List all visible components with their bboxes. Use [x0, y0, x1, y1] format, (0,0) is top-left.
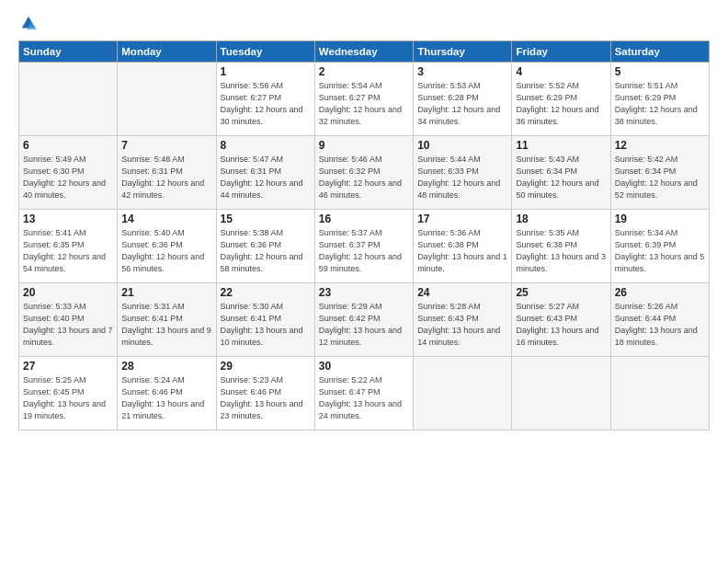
- day-number: 5: [615, 65, 705, 78]
- day-info: Sunrise: 5:31 AM Sunset: 6:41 PM Dayligh…: [121, 301, 211, 349]
- calendar-week-row: 6Sunrise: 5:49 AM Sunset: 6:30 PM Daylig…: [19, 136, 710, 210]
- calendar-cell: [512, 357, 610, 431]
- day-number: 25: [516, 286, 606, 299]
- day-info: Sunrise: 5:41 AM Sunset: 6:35 PM Dayligh…: [23, 227, 113, 275]
- day-number: 1: [221, 65, 311, 78]
- day-info: Sunrise: 5:48 AM Sunset: 6:31 PM Dayligh…: [121, 154, 211, 201]
- calendar-cell: 16Sunrise: 5:37 AM Sunset: 6:37 PM Dayli…: [314, 210, 413, 283]
- day-number: 19: [615, 213, 705, 225]
- calendar-cell: 29Sunrise: 5:23 AM Sunset: 6:46 PM Dayli…: [216, 357, 314, 431]
- calendar-cell: 13Sunrise: 5:41 AM Sunset: 6:35 PM Dayli…: [19, 210, 118, 283]
- calendar-cell: 9Sunrise: 5:46 AM Sunset: 6:32 PM Daylig…: [314, 136, 413, 210]
- day-number: 18: [516, 213, 606, 225]
- day-info: Sunrise: 5:54 AM Sunset: 6:27 PM Dayligh…: [319, 80, 409, 128]
- day-number: 16: [319, 213, 409, 225]
- calendar-cell: [118, 63, 216, 136]
- calendar-cell: 2Sunrise: 5:54 AM Sunset: 6:27 PM Daylig…: [314, 63, 413, 136]
- day-number: 21: [121, 286, 211, 299]
- day-number: 30: [319, 360, 409, 373]
- calendar-week-row: 13Sunrise: 5:41 AM Sunset: 6:35 PM Dayli…: [19, 210, 710, 283]
- day-info: Sunrise: 5:38 AM Sunset: 6:36 PM Dayligh…: [221, 227, 311, 275]
- calendar-week-row: 27Sunrise: 5:25 AM Sunset: 6:45 PM Dayli…: [19, 357, 710, 431]
- day-number: 28: [121, 360, 211, 373]
- day-info: Sunrise: 5:24 AM Sunset: 6:46 PM Dayligh…: [121, 374, 211, 422]
- calendar-cell: 24Sunrise: 5:28 AM Sunset: 6:43 PM Dayli…: [414, 283, 512, 357]
- calendar-cell: 10Sunrise: 5:44 AM Sunset: 6:33 PM Dayli…: [414, 136, 512, 210]
- day-info: Sunrise: 5:23 AM Sunset: 6:46 PM Dayligh…: [221, 374, 311, 422]
- day-info: Sunrise: 5:30 AM Sunset: 6:41 PM Dayligh…: [221, 301, 311, 349]
- calendar-cell: 25Sunrise: 5:27 AM Sunset: 6:43 PM Dayli…: [512, 283, 610, 357]
- day-info: Sunrise: 5:44 AM Sunset: 6:33 PM Dayligh…: [417, 154, 507, 201]
- day-number: 29: [221, 360, 311, 373]
- calendar-cell: 20Sunrise: 5:33 AM Sunset: 6:40 PM Dayli…: [19, 283, 118, 357]
- day-number: 4: [516, 65, 606, 78]
- day-info: Sunrise: 5:40 AM Sunset: 6:36 PM Dayligh…: [121, 227, 211, 275]
- day-info: Sunrise: 5:28 AM Sunset: 6:43 PM Dayligh…: [417, 301, 507, 349]
- calendar-header-thursday: Thursday: [414, 41, 512, 63]
- day-number: 23: [319, 286, 409, 299]
- calendar-cell: 28Sunrise: 5:24 AM Sunset: 6:46 PM Dayli…: [118, 357, 216, 431]
- day-number: 14: [121, 213, 211, 225]
- calendar-cell: 1Sunrise: 5:56 AM Sunset: 6:27 PM Daylig…: [216, 63, 314, 136]
- day-number: 11: [516, 139, 606, 152]
- calendar-header-sunday: Sunday: [19, 41, 118, 63]
- day-info: Sunrise: 5:35 AM Sunset: 6:38 PM Dayligh…: [516, 227, 606, 275]
- calendar-header-monday: Monday: [118, 41, 216, 63]
- day-info: Sunrise: 5:33 AM Sunset: 6:40 PM Dayligh…: [23, 301, 113, 349]
- day-info: Sunrise: 5:36 AM Sunset: 6:38 PM Dayligh…: [417, 227, 507, 275]
- day-info: Sunrise: 5:56 AM Sunset: 6:27 PM Dayligh…: [221, 80, 311, 128]
- calendar-cell: 19Sunrise: 5:34 AM Sunset: 6:39 PM Dayli…: [610, 210, 709, 283]
- calendar-cell: 18Sunrise: 5:35 AM Sunset: 6:38 PM Dayli…: [512, 210, 610, 283]
- day-number: 27: [23, 360, 113, 373]
- day-number: 10: [417, 139, 507, 152]
- day-number: 7: [121, 139, 211, 152]
- day-number: 22: [221, 286, 311, 299]
- calendar-cell: 17Sunrise: 5:36 AM Sunset: 6:38 PM Dayli…: [414, 210, 512, 283]
- day-number: 13: [23, 213, 113, 225]
- day-number: 8: [221, 139, 311, 152]
- day-info: Sunrise: 5:25 AM Sunset: 6:45 PM Dayligh…: [23, 374, 113, 422]
- calendar-cell: 12Sunrise: 5:42 AM Sunset: 6:34 PM Dayli…: [610, 136, 709, 210]
- day-number: 9: [319, 139, 409, 152]
- day-info: Sunrise: 5:22 AM Sunset: 6:47 PM Dayligh…: [319, 374, 409, 422]
- day-info: Sunrise: 5:47 AM Sunset: 6:31 PM Dayligh…: [221, 154, 311, 201]
- day-number: 20: [23, 286, 113, 299]
- calendar-cell: 14Sunrise: 5:40 AM Sunset: 6:36 PM Dayli…: [118, 210, 216, 283]
- logo-icon: [20, 15, 37, 31]
- calendar-cell: 6Sunrise: 5:49 AM Sunset: 6:30 PM Daylig…: [19, 136, 118, 210]
- calendar-cell: [414, 357, 512, 431]
- calendar-header-tuesday: Tuesday: [216, 41, 314, 63]
- day-number: 17: [417, 213, 507, 225]
- day-info: Sunrise: 5:42 AM Sunset: 6:34 PM Dayligh…: [615, 154, 705, 201]
- calendar-cell: 22Sunrise: 5:30 AM Sunset: 6:41 PM Dayli…: [216, 283, 314, 357]
- calendar-cell: [19, 63, 118, 136]
- calendar-cell: 26Sunrise: 5:26 AM Sunset: 6:44 PM Dayli…: [610, 283, 709, 357]
- calendar-header-row: SundayMondayTuesdayWednesdayThursdayFrid…: [19, 41, 710, 63]
- header: [18, 15, 710, 31]
- calendar-week-row: 20Sunrise: 5:33 AM Sunset: 6:40 PM Dayli…: [19, 283, 710, 357]
- calendar-header-friday: Friday: [512, 41, 610, 63]
- calendar-cell: 7Sunrise: 5:48 AM Sunset: 6:31 PM Daylig…: [118, 136, 216, 210]
- calendar-cell: 23Sunrise: 5:29 AM Sunset: 6:42 PM Dayli…: [314, 283, 413, 357]
- day-info: Sunrise: 5:34 AM Sunset: 6:39 PM Dayligh…: [615, 227, 705, 275]
- day-number: 12: [615, 139, 705, 152]
- day-info: Sunrise: 5:53 AM Sunset: 6:28 PM Dayligh…: [417, 80, 507, 128]
- day-number: 3: [417, 65, 507, 78]
- calendar-cell: 27Sunrise: 5:25 AM Sunset: 6:45 PM Dayli…: [19, 357, 118, 431]
- day-info: Sunrise: 5:51 AM Sunset: 6:29 PM Dayligh…: [615, 80, 705, 128]
- day-number: 6: [23, 139, 113, 152]
- day-number: 24: [417, 286, 507, 299]
- calendar-week-row: 1Sunrise: 5:56 AM Sunset: 6:27 PM Daylig…: [19, 63, 710, 136]
- calendar-cell: 5Sunrise: 5:51 AM Sunset: 6:29 PM Daylig…: [610, 63, 709, 136]
- calendar-cell: 11Sunrise: 5:43 AM Sunset: 6:34 PM Dayli…: [512, 136, 610, 210]
- day-info: Sunrise: 5:37 AM Sunset: 6:37 PM Dayligh…: [319, 227, 409, 275]
- calendar-header-wednesday: Wednesday: [314, 41, 413, 63]
- page: SundayMondayTuesdayWednesdayThursdayFrid…: [0, 0, 728, 563]
- calendar-cell: 15Sunrise: 5:38 AM Sunset: 6:36 PM Dayli…: [216, 210, 314, 283]
- day-info: Sunrise: 5:49 AM Sunset: 6:30 PM Dayligh…: [23, 154, 113, 201]
- calendar-cell: [610, 357, 709, 431]
- day-number: 2: [319, 65, 409, 78]
- day-info: Sunrise: 5:52 AM Sunset: 6:29 PM Dayligh…: [516, 80, 606, 128]
- day-number: 26: [615, 286, 705, 299]
- calendar-cell: 3Sunrise: 5:53 AM Sunset: 6:28 PM Daylig…: [414, 63, 512, 136]
